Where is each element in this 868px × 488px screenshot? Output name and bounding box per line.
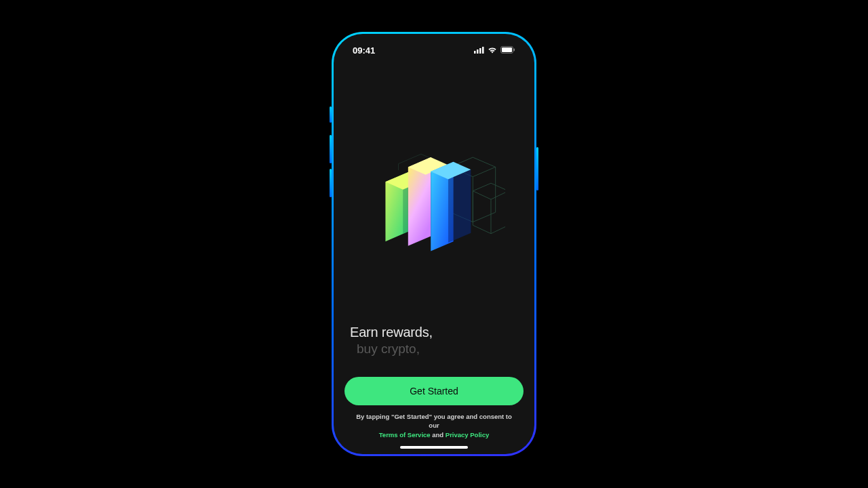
phone-frame: 09:41 [332,32,536,456]
svg-rect-0 [474,51,476,54]
status-time: 09:41 [353,45,375,56]
onboarding-content: Earn rewards, buy crypto, Get Started By… [334,64,534,446]
phone-volume-down [330,169,332,197]
svg-rect-1 [477,49,479,54]
phone-volume-up [330,135,332,163]
tagline: Earn rewards, buy crypto, [344,325,524,377]
legal-text: By tapping "Get Started" you agree and c… [344,412,524,446]
terms-of-service-link[interactable]: Terms of Service [379,431,431,439]
cellular-icon [474,45,484,56]
home-indicator[interactable] [400,446,468,449]
svg-rect-2 [479,48,481,54]
status-icons [474,45,515,56]
svg-rect-5 [502,47,512,52]
battery-icon [500,45,515,56]
privacy-policy-link[interactable]: Privacy Policy [446,431,489,439]
tagline-line-1: Earn rewards, [350,325,518,340]
phone-side-button [330,106,332,123]
hero-artwork [344,77,524,325]
phone-power-button [536,147,538,190]
svg-rect-3 [482,47,484,54]
status-bar: 09:41 [334,37,534,64]
wifi-icon [488,45,497,56]
phone-screen: 09:41 [334,34,534,454]
legal-and: and [431,431,446,439]
legal-prefix: By tapping "Get Started" you agree and c… [356,413,512,429]
svg-rect-6 [514,48,515,51]
get-started-button[interactable]: Get Started [344,377,524,405]
bars-3d-icon [363,144,505,258]
tagline-line-2: buy crypto, [350,342,518,357]
